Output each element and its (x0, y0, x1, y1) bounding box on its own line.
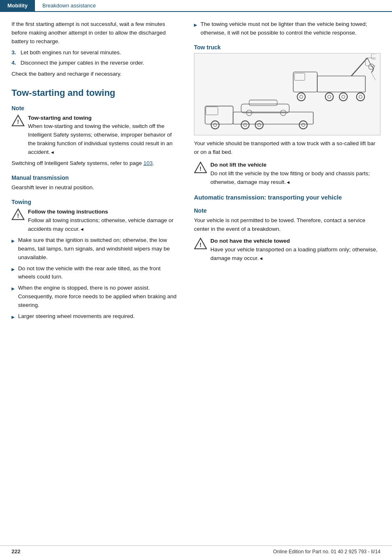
do-not-lift-warning: ! Do not lift the vehicle Do not lift th… (194, 161, 380, 187)
svg-text:!: ! (200, 165, 202, 172)
tow-truck-illustration (199, 54, 376, 134)
warning-icon-1: ! (12, 114, 25, 127)
towing-note-content: Follow the towing instructions Follow al… (28, 208, 178, 234)
warning-icon-4: ! (194, 237, 207, 250)
auto-tow-content: Do not have the vehicle towed Have your … (210, 237, 380, 263)
switching-text: Switching off Intelligent Safety systems… (12, 159, 178, 168)
svg-point-34 (342, 95, 345, 99)
svg-point-36 (359, 95, 362, 99)
towing-heading: Towing (12, 199, 178, 205)
svg-point-32 (327, 95, 331, 99)
svg-point-31 (325, 93, 334, 101)
warning-icon-2: ! (12, 208, 25, 221)
svg-rect-21 (317, 76, 365, 92)
auto-note-label: Note (194, 207, 380, 214)
svg-point-11 (241, 121, 249, 129)
towing-note-body: Follow all towing instructions; otherwis… (28, 216, 178, 234)
svg-point-27 (369, 64, 374, 70)
auto-note-body: Your vehicle is not permitted to be towe… (194, 216, 380, 234)
svg-rect-6 (233, 112, 313, 124)
manual-transmission-heading: Manual transmission (12, 174, 178, 181)
left-column: If the first starting attempt is not suc… (0, 12, 189, 332)
right-bullet-item-1: ▶ The towing vehicle must not be lighter… (194, 20, 380, 37)
svg-line-24 (371, 72, 376, 80)
step-3-text: Let both engines run for several minutes… (21, 49, 121, 57)
step-4: 4. Disconnect the jumper cables in the r… (12, 59, 178, 67)
page-wrapper: Mobility Breakdown assistance If the fir… (0, 0, 392, 557)
tow-truck-caption: Your vehicle should be transported with … (194, 139, 380, 157)
check-battery-text: Check the battery and recharge if necess… (12, 70, 178, 79)
intro-paragraph: If the first starting attempt is not suc… (12, 20, 178, 46)
svg-point-35 (357, 93, 365, 101)
note-heading: Note (12, 105, 178, 111)
main-section-heading: Tow-starting and towing (12, 88, 178, 98)
auto-tow-warning: ! Do not have the vehicle towed Have you… (194, 237, 380, 263)
right-bullet-text-1: The towing vehicle must not be lighter t… (201, 20, 380, 37)
svg-rect-7 (241, 104, 289, 113)
main-content: If the first starting attempt is not suc… (0, 12, 392, 332)
bullet-text-1: Make sure that the ignition is switched … (18, 236, 178, 262)
bullet-text-2: Do not tow the vehicle with the rear axl… (18, 265, 178, 282)
footer-text: Online Edition for Part no. 01 40 2 925 … (273, 549, 380, 555)
bullet-item-4: ▶ Larger steering wheel movements are re… (12, 312, 178, 321)
warning-icon-3: ! (194, 161, 207, 174)
header: Mobility Breakdown assistance (0, 0, 392, 12)
svg-rect-5 (206, 107, 218, 115)
tow-starting-note-title: Tow-starting and towing (28, 114, 178, 123)
svg-point-29 (297, 93, 305, 101)
tow-truck-image (194, 53, 380, 135)
do-not-lift-body: Do not lift the vehicle by the tow fitti… (210, 169, 380, 187)
manual-text: Gearshift lever in neutral position. (12, 183, 178, 192)
auto-trans-heading: Automatic transmission: transporting you… (194, 194, 380, 201)
tow-starting-note-content: Tow-starting and towing When tow-startin… (28, 114, 178, 157)
svg-point-10 (214, 123, 217, 127)
bullet-icon-2: ▶ (12, 266, 15, 273)
auto-tow-body: Have your vehicle transported on a loadi… (210, 246, 380, 263)
towing-warning: ! Follow the towing instructions Follow … (12, 208, 178, 234)
do-not-lift-content: Do not lift the vehicle Do not lift the … (210, 161, 380, 187)
svg-point-9 (211, 121, 219, 129)
do-not-lift-title: Do not lift the vehicle (210, 161, 380, 169)
step-3: 3. Let both engines run for several minu… (12, 49, 178, 57)
right-column: ▶ The towing vehicle must not be lighter… (189, 12, 392, 332)
svg-line-22 (351, 58, 367, 76)
right-bullet-list: ▶ The towing vehicle must not be lighter… (194, 20, 380, 37)
svg-point-15 (299, 121, 307, 129)
bullet-text-3: When the engine is stopped, there is no … (18, 284, 178, 310)
bullet-item-3: ▶ When the engine is stopped, there is n… (12, 284, 178, 310)
footer: 222 Online Edition for Part no. 01 40 2 … (0, 545, 392, 557)
bullet-item-2: ▶ Do not tow the vehicle with the rear a… (12, 265, 178, 282)
svg-text:!: ! (200, 241, 202, 248)
svg-point-13 (255, 121, 263, 129)
page-103-link[interactable]: 103 (143, 160, 153, 166)
tow-starting-warning: ! Tow-starting and towing When tow-start… (12, 114, 178, 157)
bullet-item-1: ▶ Make sure that the ignition is switche… (12, 236, 178, 262)
svg-point-30 (300, 95, 303, 99)
tab-mobility[interactable]: Mobility (0, 0, 35, 11)
page-number: 222 (12, 548, 21, 555)
svg-point-16 (302, 123, 305, 127)
bullet-icon-3: ▶ (12, 285, 15, 292)
svg-point-33 (339, 93, 348, 101)
svg-point-12 (244, 123, 247, 127)
step-3-num: 3. (12, 49, 21, 57)
towing-note-title: Follow the towing instructions (28, 208, 178, 216)
right-bullet-icon-1: ▶ (194, 22, 197, 28)
bullet-icon-4: ▶ (12, 314, 15, 320)
bullet-text-4: Larger steering wheel movements are requ… (18, 312, 135, 321)
tow-truck-heading: Tow truck (194, 44, 380, 51)
svg-rect-8 (249, 100, 277, 106)
tow-starting-note-body: When tow-starting and towing the vehicle… (28, 122, 178, 157)
svg-rect-26 (371, 54, 376, 59)
svg-text:!: ! (17, 212, 19, 219)
towing-bullet-list: ▶ Make sure that the ignition is switche… (12, 236, 178, 321)
step-4-text: Disconnect the jumper cables in the reve… (21, 59, 144, 67)
svg-rect-19 (293, 72, 318, 92)
tab-breakdown[interactable]: Breakdown assistance (35, 0, 103, 11)
svg-rect-20 (295, 73, 305, 81)
svg-text:!: ! (17, 118, 19, 125)
step-4-num: 4. (12, 59, 21, 67)
bullet-icon-1: ▶ (12, 238, 15, 244)
svg-point-14 (258, 123, 261, 127)
auto-tow-title: Do not have the vehicle towed (210, 237, 380, 246)
